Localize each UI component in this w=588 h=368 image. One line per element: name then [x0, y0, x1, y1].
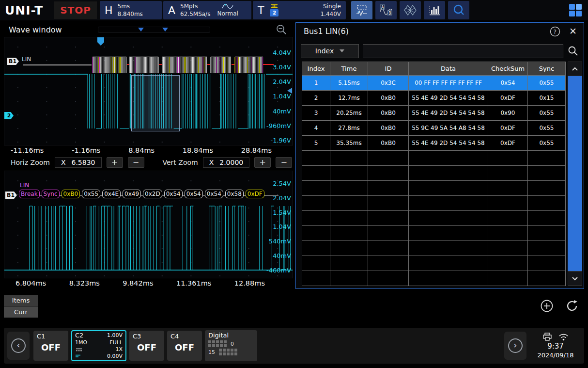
refresh-icon[interactable] — [565, 299, 579, 313]
voltage-label: 540mV — [269, 238, 291, 245]
channel-state: OFF — [133, 342, 161, 352]
add-icon[interactable] — [540, 299, 554, 313]
voltage-label: -1.96V — [270, 137, 291, 144]
column-header: ID — [368, 62, 409, 76]
horizontal-settings[interactable]: H 5ms 8.840ms — [100, 1, 162, 19]
clock-date: 2024/09/18 — [538, 352, 574, 359]
channel3-box[interactable]: C3 OFF — [129, 331, 164, 361]
trigger-mode: Single — [323, 3, 341, 10]
voltage-label: -960mV — [266, 122, 291, 129]
zoom-voltage-scale: 2.54V2.04V1.54V1.04V540mV40mV-460mV — [266, 180, 291, 274]
decode-chip: 0xB0 — [62, 190, 80, 198]
acquire-mode: Normal — [217, 10, 238, 17]
digital-channels-box[interactable]: Digital 0 15 — [205, 330, 257, 361]
zoom-left-marker-icon[interactable] — [138, 28, 144, 32]
search-input[interactable] — [363, 44, 563, 58]
tab-items[interactable]: Items — [4, 295, 38, 306]
bus-panel-header: Bus1 LIN(6) ? ✕ — [296, 23, 584, 40]
acquire-settings[interactable]: A 5Mpts 62.5MSa/s Normal — [163, 1, 251, 19]
decode-chip: 0x58 — [225, 190, 244, 198]
horizontal-scale: 5ms — [118, 3, 143, 10]
horizontal-position-bar[interactable] — [98, 27, 210, 32]
bus-decode-icon[interactable] — [351, 1, 372, 19]
time-label: 9.842ms — [123, 279, 153, 287]
channel-bandwidth: FULL — [109, 340, 123, 346]
oscilloscope-screen: UNI-T STOP H 5ms 8.840ms A 5Mpts 62.5MSa… — [0, 0, 588, 368]
vert-zoom-value: 2.0000 — [219, 159, 243, 166]
voltage-label: -460mV — [266, 267, 291, 274]
scroll-left-button[interactable]: ‹ — [7, 332, 30, 360]
channel2-box[interactable]: C21.00V 1MΩFULL 1X 0.00V — [71, 330, 126, 361]
bus-table-row[interactable]: 427.8ms0xB055 9C 49 5A 54 A8 54 580xDF0x… — [302, 121, 566, 136]
svg-text:?: ? — [554, 28, 557, 35]
horiz-zoom-minus-button[interactable]: − — [128, 157, 144, 168]
bus-table-empty-row — [302, 271, 566, 286]
run-stop-button[interactable]: STOP — [54, 1, 97, 19]
memory-depth: 5Mpts — [180, 3, 210, 10]
channel1-box[interactable]: C1 OFF — [33, 331, 68, 361]
scroll-down-icon[interactable] — [568, 271, 582, 286]
window-layout-icon[interactable] — [569, 3, 582, 17]
coupling-dc-icon — [75, 348, 83, 352]
table-scrollbar[interactable] — [568, 62, 582, 286]
bus-table-row[interactable]: 535.35ms0xB055 4E 49 2D 54 54 54 580xDF0… — [302, 136, 566, 151]
voltage-label: 40mV — [273, 252, 291, 259]
tab-curr[interactable]: Curr — [4, 306, 38, 318]
zoom-right-marker-icon[interactable] — [162, 28, 168, 32]
wave-window-title: Wave window — [9, 25, 62, 34]
time-label: 8.84ms — [128, 146, 155, 154]
printer-icon[interactable] — [543, 333, 552, 341]
horiz-zoom-value-box[interactable]: X 6.5830 — [55, 157, 102, 168]
horiz-zoom-plus-button[interactable]: + — [107, 157, 123, 168]
trigger-settings[interactable]: T 2 Single 1.440V — [253, 1, 346, 19]
zoom-out-icon[interactable] — [276, 24, 287, 35]
sample-rate: 62.5MSa/s — [180, 11, 210, 17]
bus-table-empty-row — [302, 211, 566, 226]
bus-table-empty-row — [302, 181, 566, 196]
quick-tool-icons: AB — [351, 1, 469, 19]
vert-zoom-mult: X — [209, 159, 214, 166]
channel-scale: 1.00V — [107, 333, 123, 338]
vert-zoom-value-box[interactable]: X 2.0000 — [203, 157, 250, 168]
bus-table-empty-row — [302, 226, 566, 241]
voltage-label: 3.04V — [273, 64, 291, 71]
zoom-waveform — [4, 171, 293, 278]
scroll-up-icon[interactable] — [568, 62, 582, 76]
voltage-label: 1.54V — [273, 209, 291, 216]
digital-first: 0 — [231, 341, 234, 347]
trigger-source-badge: 2 — [270, 9, 279, 16]
channel-state: OFF — [37, 342, 65, 352]
zoom-region-box[interactable] — [131, 75, 180, 131]
zoom-waveform-display[interactable]: B1 LIN BreakSync0xB00x550x4E0x490x2D0x54… — [4, 171, 293, 278]
xy-display-icon[interactable] — [400, 1, 421, 19]
channel4-box[interactable]: C4 OFF — [167, 331, 202, 361]
bus-table-row[interactable]: 320.25ms0xB055 4E 49 2D 54 54 54 580x900… — [302, 106, 566, 121]
wifi-icon[interactable] — [558, 333, 569, 341]
search-loupe-icon[interactable] — [448, 1, 469, 19]
filter-selected-value: Index — [315, 47, 334, 55]
decode-chip: Break — [19, 190, 40, 198]
horiz-zoom-label: Horiz Zoom — [11, 159, 50, 166]
trigger-type-icon — [270, 4, 278, 8]
main-voltage-scale: 4.04V3.04V2.04V1.04V40mV-960mV-1.96V — [266, 49, 291, 144]
close-icon[interactable]: ✕ — [569, 27, 577, 36]
math-ab-icon[interactable]: AB — [375, 1, 397, 19]
bus-table-row[interactable]: 212.7ms0xB055 4E 49 2D 54 54 54 580xDF0x… — [302, 91, 566, 106]
column-header: Time — [330, 62, 368, 76]
main-time-scale: -11.16ms-1.16ms8.84ms18.84ms28.84ms — [4, 145, 294, 155]
search-icon[interactable] — [567, 45, 579, 57]
bus-decode-panel: Bus1 LIN(6) ? ✕ Index IndexTi — [295, 22, 584, 289]
trigger-position-flag[interactable] — [97, 37, 104, 46]
acquire-key: A — [168, 4, 175, 16]
vert-zoom-minus-button[interactable]: − — [276, 157, 292, 168]
main-waveform-display[interactable]: B1 LIN 2 4.04V3.04V2.04V1.04V40mV-960mV-… — [4, 37, 293, 145]
scrollbar-thumb[interactable] — [568, 76, 582, 271]
bus-table-row[interactable]: 15.15ms0x3C00 FF FF FF FF FF FF FF0x540x… — [302, 76, 566, 91]
vert-zoom-plus-button[interactable]: + — [254, 157, 271, 168]
time-label: 11.361ms — [176, 279, 211, 287]
scroll-right-button[interactable]: › — [504, 332, 526, 360]
filter-field-dropdown[interactable]: Index — [301, 44, 359, 58]
horiz-zoom-value: 6.5830 — [72, 159, 95, 166]
help-icon[interactable]: ? — [550, 26, 560, 37]
histogram-icon[interactable] — [424, 1, 445, 19]
